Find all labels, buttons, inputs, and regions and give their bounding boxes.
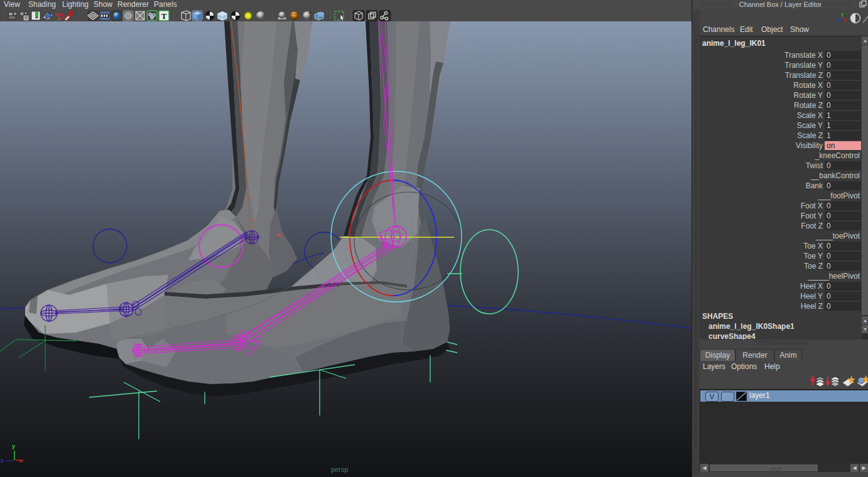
svg-text:T: T <box>161 11 167 21</box>
svg-text:y: y <box>12 443 15 449</box>
svg-text:persp: persp <box>331 466 349 473</box>
svg-text:z: z <box>1 458 4 464</box>
svg-text:x: x <box>19 458 22 464</box>
